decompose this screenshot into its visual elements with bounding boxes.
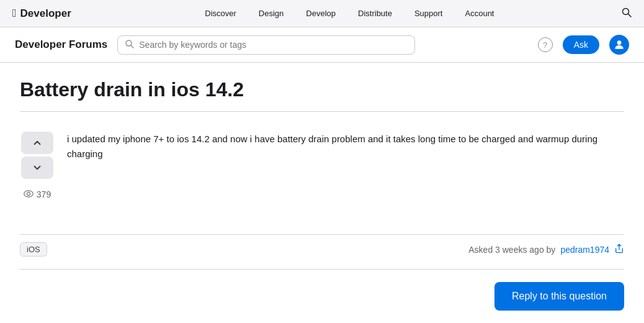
ask-button[interactable]: Ask — [563, 35, 599, 54]
asked-text: Asked 3 weeks ago by — [468, 245, 555, 255]
nav-design[interactable]: Design — [248, 0, 295, 27]
ios-tag[interactable]: iOS — [20, 242, 47, 257]
forums-title: Developer Forums — [15, 39, 107, 51]
svg-line-3 — [131, 45, 133, 48]
vote-controls: 379 — [20, 132, 55, 199]
meta-right: Asked 3 weeks ago by pedram1974 — [468, 243, 624, 256]
search-bar[interactable] — [117, 35, 415, 55]
nav-logo[interactable]:  Developer — [12, 7, 71, 20]
upvote-button[interactable] — [21, 132, 53, 154]
search-bar-icon — [125, 40, 134, 50]
reply-button[interactable]: Reply to this question — [494, 282, 624, 311]
nav-distribute[interactable]: Distribute — [347, 0, 403, 27]
views-icon — [24, 189, 34, 199]
post-meta: iOS Asked 3 weeks ago by pedram1974 — [20, 234, 624, 264]
post-area: 379 i updated my iphone 7+ to ios 14.2 a… — [20, 122, 624, 209]
user-avatar[interactable] — [609, 35, 629, 55]
reply-area: Reply to this question — [20, 269, 624, 323]
help-button[interactable]: ? — [538, 37, 553, 52]
nav-links: Discover Design Develop Distribute Suppo… — [78, 0, 622, 27]
apple-icon:  — [12, 7, 17, 20]
svg-point-5 — [24, 191, 34, 197]
post-body: i updated my iphone 7+ to ios 14.2 and n… — [67, 132, 624, 199]
nav-develop[interactable]: Develop — [295, 0, 347, 27]
author-link[interactable]: pedram1974 — [560, 245, 609, 255]
main-content: Battery drain in ios 14.2 — [0, 63, 644, 323]
nav-search-icon[interactable] — [622, 7, 632, 20]
nav-logo-text: Developer — [20, 7, 71, 20]
search-input[interactable] — [139, 40, 407, 50]
svg-point-4 — [617, 40, 622, 45]
svg-line-1 — [628, 14, 632, 17]
share-icon[interactable] — [614, 243, 624, 256]
downvote-button[interactable] — [21, 157, 53, 179]
nav-discover[interactable]: Discover — [194, 0, 248, 27]
post-text: i updated my iphone 7+ to ios 14.2 and n… — [67, 132, 624, 162]
question-title: Battery drain in ios 14.2 — [20, 78, 624, 101]
svg-point-6 — [27, 193, 30, 196]
nav-bar:  Developer Discover Design Develop Dist… — [0, 0, 644, 27]
title-divider — [20, 111, 624, 112]
forums-header: Developer Forums ? Ask — [0, 27, 644, 63]
views-row: 379 — [24, 189, 51, 199]
tags-area: iOS — [20, 242, 47, 257]
nav-support[interactable]: Support — [403, 0, 454, 27]
nav-right — [622, 7, 632, 20]
nav-account[interactable]: Account — [454, 0, 506, 27]
views-count: 379 — [37, 189, 51, 199]
